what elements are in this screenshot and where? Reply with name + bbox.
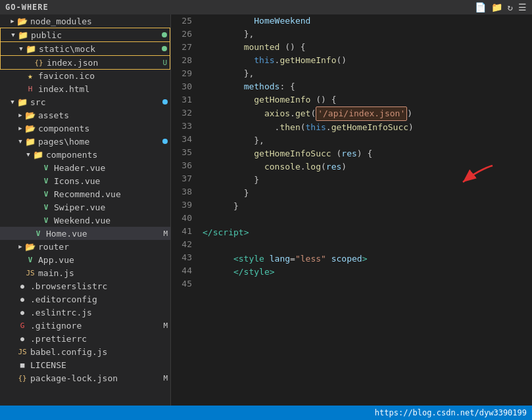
- sidebar-item-editorconfig[interactable]: ●.editorconfig: [0, 292, 170, 306]
- token: [203, 41, 244, 54]
- sidebar-item-public[interactable]: ▼📁public: [0, 28, 170, 42]
- sidebar-item-browserslist[interactable]: ●.browserslistrc: [0, 279, 170, 292]
- sidebar-label: .prettierrc: [30, 334, 170, 344]
- sidebar-label: LICENSE: [30, 360, 170, 370]
- token: [203, 93, 254, 106]
- sidebar-item-assets[interactable]: ▶📂assets: [0, 108, 170, 122]
- token: },: [244, 28, 254, 41]
- sidebar-item-src[interactable]: ▼📁src: [0, 95, 170, 108]
- editor-content: 2526272829303132333435363738394041424344…: [171, 14, 532, 406]
- code-line-27: mounted () {: [203, 41, 532, 54]
- sidebar-item-static-mock[interactable]: ▼📁static\mock: [0, 41, 170, 56]
- token: [203, 28, 244, 41]
- sidebar-label: components: [46, 150, 170, 160]
- sidebar-item-index-json[interactable]: {}index.jsonU: [0, 55, 170, 70]
- folder-icon: 📂: [25, 241, 36, 252]
- sidebar-item-icons-vue[interactable]: VIcons.vue: [0, 174, 170, 187]
- sidebar-item-app-vue[interactable]: VApp.vue: [0, 253, 170, 266]
- sidebar-label: .browserslistrc: [30, 281, 170, 291]
- token: () {: [310, 93, 336, 106]
- token: >: [244, 226, 249, 239]
- folder-icon: 📂: [17, 16, 28, 26]
- new-file-icon[interactable]: 📄: [475, 2, 486, 12]
- code-line-34: },: [203, 134, 532, 147]
- token: [326, 252, 331, 266]
- sidebar-item-weekend-vue[interactable]: VWeekend.vue: [0, 214, 170, 227]
- folder-open-icon: 📁: [18, 30, 28, 40]
- sidebar-item-favicon[interactable]: ★favicon.ico: [0, 69, 170, 82]
- vue-icon: V: [41, 175, 51, 186]
- token: [203, 213, 233, 226]
- sidebar-label: Swiper.vue: [54, 202, 170, 212]
- token: mounted: [244, 41, 280, 54]
- token: .: [301, 160, 306, 174]
- token: then: [279, 121, 300, 134]
- code-area[interactable]: HomeWeekend }, mounted () { this.getHome…: [197, 14, 532, 406]
- code-line-40: [203, 213, 532, 226]
- badge-u: U: [162, 58, 167, 67]
- sidebar-item-babel-config[interactable]: JSbabel.config.js: [0, 345, 170, 358]
- sidebar-item-eslintrc[interactable]: ●.eslintrc.js: [0, 306, 170, 319]
- sidebar-item-header-vue[interactable]: VHeader.vue: [0, 161, 170, 174]
- sidebar-item-license[interactable]: ■LICENSE: [0, 358, 170, 371]
- main-layout: ▶📂node_modules▼📁public▼📁static\mock{}ind…: [0, 14, 532, 406]
- code-line-36: console.log(res): [203, 160, 532, 174]
- collapse-icon[interactable]: ☰: [518, 2, 527, 12]
- arrow-down-icon: ▼: [24, 150, 33, 159]
- sidebar-item-pages-home[interactable]: ▼📁pages\home: [0, 135, 170, 148]
- token: log: [306, 160, 321, 174]
- sidebar-label: static\mock: [39, 44, 162, 54]
- token: }: [254, 174, 259, 187]
- token: =: [290, 252, 295, 266]
- sidebar-label: Header.vue: [54, 163, 170, 173]
- token: ): [408, 121, 414, 134]
- sidebar-label: router: [38, 242, 170, 252]
- sidebar-label: src: [30, 97, 162, 107]
- sidebar-item-package-lock[interactable]: {}package-lock.jsonM: [0, 371, 170, 385]
- new-folder-icon[interactable]: 📁: [491, 2, 502, 12]
- token: (: [310, 107, 316, 120]
- token: },: [254, 134, 264, 147]
- token: [203, 187, 244, 200]
- folder-open-icon: 📁: [25, 136, 36, 147]
- sidebar-item-gitignore[interactable]: G.gitignoreM: [0, 319, 170, 332]
- token: "less": [295, 252, 326, 266]
- token: >: [270, 266, 275, 279]
- json-icon: {}: [17, 373, 28, 383]
- token: .: [326, 121, 331, 134]
- sidebar-label: public: [31, 30, 162, 40]
- token: ): [407, 107, 412, 120]
- sidebar-item-recommend-vue[interactable]: VRecommend.vue: [0, 187, 170, 200]
- status-bar-url: https://blog.csdn.net/dyw3390199: [375, 408, 527, 417]
- sidebar-item-prettierrc[interactable]: ●.prettierrc: [0, 332, 170, 345]
- code-line-25: HomeWeekend: [203, 14, 532, 28]
- refresh-icon[interactable]: ↻: [508, 2, 513, 12]
- token: : {: [279, 80, 295, 93]
- token: HomeWeekend: [254, 14, 310, 28]
- folder-icon: 📂: [25, 123, 36, 133]
- token: }: [244, 187, 249, 200]
- badge-m: M: [163, 374, 168, 383]
- token: [203, 14, 254, 28]
- sidebar-item-home-vue[interactable]: VHome.vueM: [0, 227, 170, 240]
- vue-icon: V: [25, 254, 36, 265]
- sidebar-item-index-html[interactable]: Hindex.html: [0, 82, 170, 95]
- token: (): [337, 54, 347, 67]
- token: [203, 252, 233, 266]
- sidebar-item-main-js[interactable]: JSmain.js: [0, 266, 170, 279]
- sidebar-item-swiper-vue[interactable]: VSwiper.vue: [0, 200, 170, 214]
- sidebar-item-home-components[interactable]: ▼📁components: [0, 148, 170, 161]
- sidebar-item-components[interactable]: ▶📂components: [0, 122, 170, 135]
- arrow-down-icon: ▼: [16, 44, 26, 53]
- token: '/api/index.json': [316, 106, 407, 121]
- code-line-42: [203, 239, 532, 252]
- sidebar-label: favicon.ico: [38, 71, 170, 81]
- sidebar-item-router[interactable]: ▶📂router: [0, 240, 170, 253]
- token: [203, 160, 264, 174]
- sidebar-item-node_modules[interactable]: ▶📂node_modules: [0, 14, 170, 28]
- code-line-28: this.getHomeInfo(): [203, 54, 532, 67]
- token: res: [326, 160, 341, 174]
- code-line-29: },: [203, 67, 532, 80]
- token: [203, 54, 254, 67]
- token: >: [362, 252, 368, 266]
